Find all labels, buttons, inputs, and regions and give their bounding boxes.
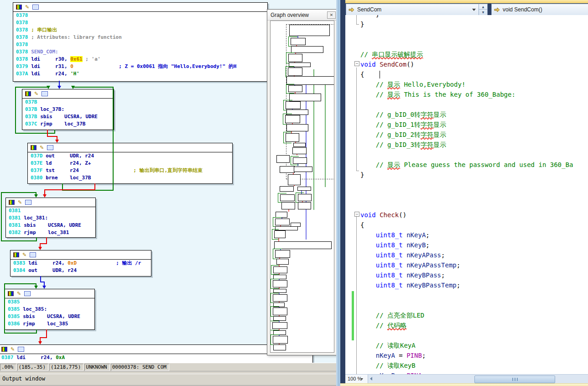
node-edit-icon: ✎ xyxy=(40,146,44,150)
asm-basic-block[interactable]: ✎03850385 loc_385:0385 sbis UCSRA, UDRE0… xyxy=(5,289,95,330)
output-window-panel[interactable]: Output window xyxy=(0,371,337,386)
code-line[interactable]: // 代码略 xyxy=(360,320,406,330)
overview-node xyxy=(288,68,302,76)
code-line[interactable]: uint8_t nKeyAPass; xyxy=(360,250,445,260)
node-color-icon xyxy=(25,91,31,96)
node-edit-icon: ✎ xyxy=(10,347,15,351)
asm-line: 037A ldi r24, 'H' xyxy=(13,70,267,78)
scope-dropdown[interactable]: SendCom xyxy=(346,4,479,16)
scrollbar-thumb[interactable] xyxy=(474,376,555,383)
graph-overview-titlebar[interactable]: Graph overview ✕ xyxy=(267,10,337,21)
vs-active-tab-strip[interactable] xyxy=(345,0,588,3)
overview-node xyxy=(293,157,307,164)
close-icon[interactable]: ✕ xyxy=(327,11,336,19)
asm-line: 0378 xyxy=(13,12,267,19)
code-line[interactable]: } xyxy=(360,19,364,29)
overview-node xyxy=(292,147,307,154)
vs-window-background xyxy=(340,0,345,386)
fold-collapse-icon[interactable]: − xyxy=(354,61,359,66)
outline-guide-line xyxy=(356,15,357,24)
spinner-up-icon[interactable]: ▲ xyxy=(479,4,487,10)
node-frame-icon xyxy=(25,200,31,205)
scroll-left-icon[interactable] xyxy=(368,377,372,381)
overview-node xyxy=(276,259,289,265)
text-caret xyxy=(380,71,380,78)
overview-node xyxy=(289,25,330,36)
overview-node xyxy=(286,101,301,109)
code-line[interactable]: uint8_t nKeyBPassTemp; xyxy=(360,280,460,290)
overview-node xyxy=(288,85,302,92)
asm-line: 0380 brne loc_37B xyxy=(28,174,232,182)
asm-block-header[interactable]: ✎ xyxy=(10,250,151,260)
graph-overview-canvas[interactable] xyxy=(270,21,334,353)
node-edit-icon: ✎ xyxy=(22,253,26,257)
fold-collapse-icon[interactable]: − xyxy=(354,212,359,217)
asm-basic-block[interactable]: ✎037803780378 ; 串口输出0378 ; Attributes: l… xyxy=(13,2,268,82)
code-line[interactable]: // g_bID_3转字符显示 xyxy=(360,140,446,150)
nav-spinner[interactable]: ▲ ▼ xyxy=(479,4,488,16)
node-edit-icon: ✎ xyxy=(18,200,22,204)
zoom-control[interactable]: 100 % xyxy=(345,375,368,383)
code-line[interactable]: // g_bID_0转字符显示 xyxy=(360,110,446,120)
code-line[interactable]: // g_bID_2转字符显示 xyxy=(360,130,446,140)
overview-node xyxy=(273,336,288,344)
node-frame-icon xyxy=(30,252,36,257)
asm-line: 0383 ldi r24, 0xD ; 输出 /r xyxy=(10,260,151,267)
asm-block-header[interactable]: ✎ xyxy=(28,143,232,152)
overview-node xyxy=(286,133,299,142)
code-line[interactable]: } xyxy=(360,170,364,180)
vs-navigation-bar: SendCom ▲ ▼ void SendCom() xyxy=(345,3,588,15)
vs-window-border xyxy=(336,0,340,386)
node-frame-icon xyxy=(18,347,24,352)
asm-block-header[interactable]: ✎ xyxy=(5,289,94,298)
code-line[interactable]: nKeyB = PINA; xyxy=(360,370,426,374)
code-line[interactable]: { xyxy=(360,69,364,79)
code-line[interactable]: uint8_t nKeyB; xyxy=(360,240,430,250)
code-line[interactable]: // 串口显示破解提示 xyxy=(360,49,423,59)
asm-line: 037D out UDR, r24 xyxy=(28,152,232,160)
code-line[interactable]: } xyxy=(360,15,380,19)
code-line[interactable]: // 读取KeyA xyxy=(360,340,416,350)
asm-basic-block[interactable]: ✎037D out UDR, r24037E ld r24, Z+037F ts… xyxy=(27,143,233,184)
code-line[interactable]: // 显示 This is the key of 360_Babge: xyxy=(360,89,515,99)
code-line[interactable]: { xyxy=(360,220,364,230)
output-window-title: Output window xyxy=(0,374,337,386)
asm-line: 0381 loc_381: xyxy=(6,214,95,222)
asm-block-header[interactable]: ✎ xyxy=(6,198,95,207)
overview-node xyxy=(288,174,301,185)
overview-node xyxy=(273,344,286,350)
asm-basic-block[interactable]: ✎03810381 loc_381:0381 sbis UCSRA, UDRE0… xyxy=(5,198,96,238)
code-line[interactable]: // 读取KeyB xyxy=(360,360,416,370)
code-line[interactable]: // 显示 Hello,Everybody! xyxy=(360,79,465,89)
code-editor[interactable]: }}// 串口显示破解提示void SendCom(){ // 显示 Hello… xyxy=(345,15,588,374)
overview-node xyxy=(275,250,290,258)
asm-line: 0378 ; Attributes: library function xyxy=(13,34,267,41)
overview-node xyxy=(274,241,332,249)
asm-line: 0379 ldi r31, 0 ; Z = 0x0061 指向 "Hello,E… xyxy=(13,63,267,70)
member-dropdown[interactable]: void SendCom() xyxy=(491,4,588,16)
code-line[interactable]: void Check() xyxy=(360,210,406,220)
graph-overview-window[interactable]: Graph overview ✕ xyxy=(267,9,338,355)
code-line[interactable]: // 显示 Please guess the password and used… xyxy=(360,160,573,170)
overview-node xyxy=(274,230,286,238)
code-line[interactable]: uint8_t nKeyAPassTemp; xyxy=(360,260,460,270)
overview-node xyxy=(297,187,311,191)
status-segment: (185,-35) xyxy=(17,364,49,371)
spinner-down-icon[interactable]: ▼ xyxy=(479,10,487,15)
asm-line: 037C rjmp loc_37B xyxy=(22,120,114,128)
asm-basic-block[interactable]: ✎0383 ldi r24, 0xD ; 输出 /r0384 out UDR, … xyxy=(10,250,151,276)
asm-basic-block[interactable]: ✎0387 ldi r24, 0xA0388 out UDR, r24 ; xyxy=(0,344,313,363)
code-line[interactable]: uint8_t nKeyBPass; xyxy=(360,270,445,280)
code-line[interactable]: uint8_t nKeyA; xyxy=(360,230,430,240)
node-edit-icon: ✎ xyxy=(25,5,29,9)
asm-block-header[interactable]: ✎ xyxy=(13,3,267,12)
code-line[interactable]: // g_bID_1转字符显示 xyxy=(360,120,446,130)
horizontal-scrollbar[interactable]: 100 % xyxy=(345,374,588,384)
code-line[interactable]: void SendCom() xyxy=(360,59,414,69)
asm-basic-block[interactable]: ✎037B037B loc_37B:037B sbis UCSRA, UDRE0… xyxy=(22,89,114,130)
asm-block-header[interactable]: ✎ xyxy=(0,345,312,354)
ida-status-bar: .00%(185,-35)(1218,775)UNKNOWN00000378: … xyxy=(0,363,337,371)
asm-block-header[interactable]: ✎ xyxy=(22,89,114,99)
code-line[interactable]: // 点亮全部LED xyxy=(360,310,424,320)
code-line[interactable]: nKeyA = PINB; xyxy=(360,350,426,360)
